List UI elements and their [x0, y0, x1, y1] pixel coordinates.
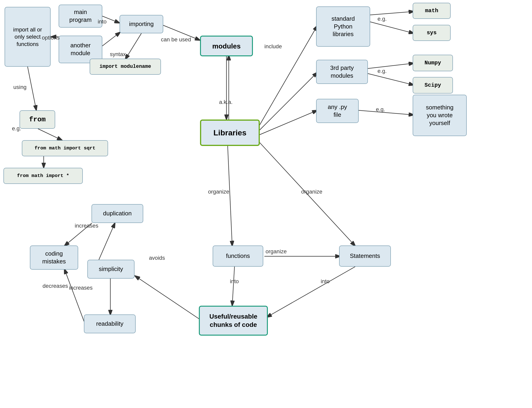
- scipy-node: Scipy: [413, 77, 453, 94]
- avoids-label: avoids: [149, 255, 165, 261]
- into2-label: into: [230, 278, 239, 285]
- increases2-label: increases: [69, 285, 93, 291]
- standard-python-node: standardPythonlibraries: [316, 7, 370, 47]
- svg-line-22: [232, 267, 234, 306]
- increases1-label: increases: [75, 222, 98, 229]
- svg-line-14: [370, 11, 414, 15]
- svg-line-15: [370, 22, 414, 33]
- modules-node: modules: [200, 36, 253, 56]
- svg-line-7: [38, 129, 62, 140]
- svg-line-12: [257, 72, 317, 132]
- eg3-label: e.g.: [378, 68, 387, 74]
- can-be-used-label: can be used: [161, 36, 191, 43]
- svg-line-16: [368, 63, 414, 68]
- import-modulename-node: import modulename: [90, 59, 161, 75]
- coding-mistakes-node: codingmistakes: [30, 246, 78, 270]
- importing-node: importing: [120, 15, 163, 33]
- svg-line-23: [267, 267, 355, 317]
- from-math-star-node: from math import *: [3, 168, 83, 184]
- options-label: options: [42, 34, 60, 41]
- using-label: using: [13, 84, 26, 90]
- math-node: math: [413, 3, 451, 19]
- organize3-label: organize: [266, 248, 287, 255]
- simplicity-node: simplicity: [87, 260, 135, 279]
- into3-label: into: [321, 278, 330, 285]
- statements-node: Statements: [339, 246, 391, 267]
- libraries-node: Libraries: [200, 119, 260, 146]
- svg-line-18: [359, 110, 414, 115]
- svg-line-24: [135, 276, 200, 320]
- duplication-node: duplication: [92, 204, 143, 223]
- svg-line-17: [368, 74, 414, 85]
- organize1-label: organize: [208, 188, 229, 195]
- something-yourself-node: somethingyou wroteyourself: [413, 95, 467, 136]
- svg-line-19: [228, 145, 232, 246]
- include-label: include: [264, 43, 282, 50]
- decreases-label: decreases: [43, 283, 68, 289]
- organize2-label: organize: [301, 188, 322, 195]
- into-label: into: [98, 18, 107, 25]
- from-node: from: [19, 110, 55, 129]
- eg1-label: e.g.: [12, 125, 21, 132]
- svg-line-11: [257, 26, 317, 129]
- eg2-label: e.g.: [378, 16, 387, 22]
- svg-line-3: [102, 32, 120, 46]
- from-math-sqrt-node: from math import sqrt: [22, 140, 108, 156]
- third-party-node: 3rd partymodules: [316, 60, 368, 84]
- svg-line-26: [99, 223, 115, 260]
- svg-line-13: [257, 110, 317, 136]
- main-program-node: mainprogram: [59, 5, 102, 28]
- readability-node: readability: [84, 314, 136, 333]
- useful-reusable-node: Useful/reusablechunks of code: [199, 306, 268, 336]
- syntax-label: syntax: [110, 51, 126, 58]
- eg4-label: e.g.: [376, 106, 385, 113]
- aka-label: a.k.a.: [219, 99, 233, 105]
- svg-line-6: [28, 67, 36, 110]
- any-py-node: any .pyfile: [316, 99, 359, 123]
- svg-line-5: [125, 33, 141, 59]
- functions-node: functions: [213, 246, 263, 267]
- numpy-node: Numpy: [413, 55, 453, 71]
- sys-node: sys: [413, 25, 451, 41]
- svg-line-28: [64, 269, 85, 324]
